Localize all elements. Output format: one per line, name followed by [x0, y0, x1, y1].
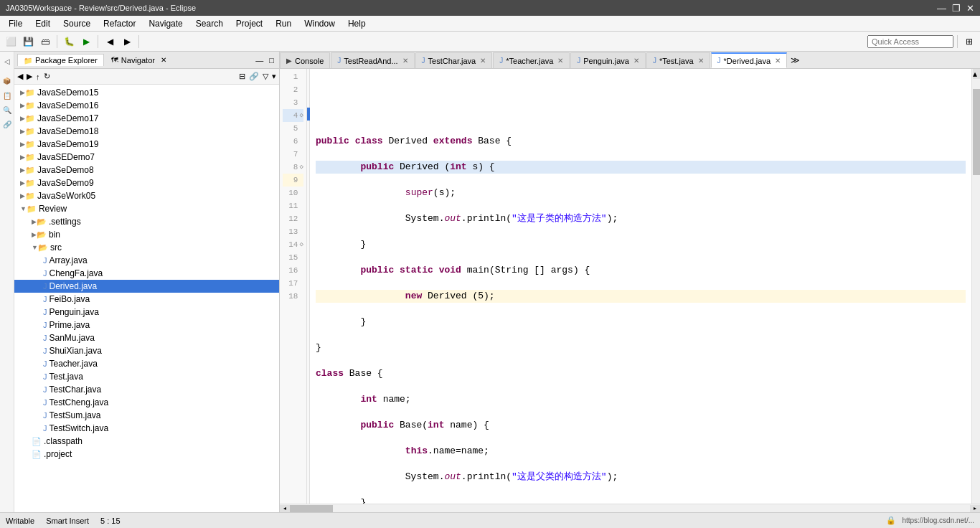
toolbar-sep1: [57, 35, 57, 48]
tab-navigator[interactable]: 🗺 Navigator ✕: [105, 55, 172, 66]
insert-mode-status: Smart Insert: [46, 517, 89, 525]
tab-teacher[interactable]: J *Teacher.java ✕: [493, 52, 570, 68]
pe-forward-btn[interactable]: ▶: [25, 71, 34, 82]
tree-item-JavaSeDemo15[interactable]: ▶ 📁JavaSeDemo15: [14, 86, 279, 99]
tree-item-TestSum.java[interactable]: JTestSum.java: [14, 409, 279, 422]
tree-item-JavaSeDemo19[interactable]: ▶ 📁JavaSeDemo19: [14, 138, 279, 151]
tree-item-TestCheng.java[interactable]: JTestCheng.java: [14, 396, 279, 409]
menu-project[interactable]: Project: [230, 17, 268, 30]
menu-file[interactable]: File: [3, 17, 28, 30]
pe-toolbar: ◀ ▶ ↑ ↻ ⊟ 🔗 ▽ ▾: [14, 69, 279, 85]
menu-edit[interactable]: Edit: [29, 17, 56, 30]
code-content[interactable]: public class Derived extends Base { publ…: [310, 69, 971, 504]
toolbar-save-btn[interactable]: 💾: [20, 34, 36, 50]
teacher-close-icon[interactable]: ✕: [557, 57, 563, 65]
hscroll-right-btn[interactable]: ▸: [970, 505, 980, 512]
toolbar-new-btn[interactable]: ⬜: [3, 34, 19, 50]
testchar-close-icon[interactable]: ✕: [480, 57, 486, 65]
pe-menu-btn[interactable]: ▾: [270, 71, 278, 82]
tree-item-Review[interactable]: ▼ 📁Review: [14, 202, 279, 215]
menu-run[interactable]: Run: [270, 17, 297, 30]
tree-item-bin[interactable]: ▶ 📂bin: [14, 228, 279, 241]
tree-item-Test.java[interactable]: JTest.java: [14, 370, 279, 383]
pe-collapse-btn[interactable]: ⊟: [237, 71, 247, 82]
tree-item-TestChar.java[interactable]: JTestChar.java: [14, 383, 279, 396]
tree-item-settings[interactable]: ▶ 📂.settings: [14, 215, 279, 228]
side-connect-icon[interactable]: 🔗: [1, 118, 14, 131]
pe-maximize-btn[interactable]: □: [267, 55, 276, 65]
editor-tabs: ▶ Console J TestReadAnd... ✕ J TestChar.…: [280, 52, 980, 69]
toolbar-perspective-btn[interactable]: ⊞: [961, 34, 977, 50]
test-close-icon[interactable]: ✕: [698, 57, 704, 65]
tree-item-Prime.java[interactable]: JPrime.java: [14, 319, 279, 331]
tree-item-JavaSeDemo18[interactable]: ▶ 📁JavaSeDemo18: [14, 125, 279, 138]
derived-close-icon[interactable]: ✕: [775, 57, 781, 65]
pe-tree[interactable]: ▶ 📁JavaSeDemo15▶ 📁JavaSeDemo16▶ 📁JavaSeD…: [14, 85, 279, 512]
tree-item-Penguin.java[interactable]: JPenguin.java: [14, 306, 279, 319]
tree-item-.project[interactable]: 📄.project: [14, 448, 279, 461]
scrollbar-thumb[interactable]: [973, 89, 980, 175]
toolbar-run-btn[interactable]: ▶: [78, 34, 94, 50]
minimize-button[interactable]: —: [937, 3, 946, 14]
tab-testchar[interactable]: J TestChar.java ✕: [415, 52, 493, 68]
tree-item-Derived.java[interactable]: JDerived.java: [14, 280, 279, 293]
horizontal-scrollbar[interactable]: ◂ ▸: [280, 504, 980, 512]
tree-item-JavaSEDemo7[interactable]: ▶ 📁JavaSEDemo7: [14, 151, 279, 164]
close-button[interactable]: ✕: [966, 3, 974, 14]
tab-testreadand[interactable]: J TestReadAnd... ✕: [331, 52, 414, 68]
menu-source[interactable]: Source: [57, 17, 96, 30]
menu-refactor[interactable]: Refactor: [98, 17, 141, 30]
tree-item-JavaSeDemo17[interactable]: ▶ 📁JavaSeDemo17: [14, 112, 279, 125]
console-tab-label: Console: [295, 57, 324, 65]
side-restore-icon[interactable]: ◁: [1, 55, 14, 67]
pe-back-btn[interactable]: ◀: [16, 71, 24, 82]
toolbar-next-btn[interactable]: ▶: [119, 34, 135, 50]
menu-help[interactable]: Help: [342, 17, 372, 30]
tree-item-JavaSeDemo8[interactable]: ▶ 📁JavaSeDemo8: [14, 164, 279, 176]
scrollbar-up-btn[interactable]: ▴: [973, 69, 980, 79]
pe-action-buttons: ⊟ 🔗 ▽ ▾: [237, 71, 278, 82]
titlebar-controls: — ❐ ✕: [937, 3, 974, 14]
toolbar-debug-btn[interactable]: 🐛: [61, 34, 77, 50]
penguin-close-icon[interactable]: ✕: [633, 57, 639, 65]
menu-window[interactable]: Window: [298, 17, 341, 30]
tree-item-SanMu.java[interactable]: JSanMu.java: [14, 331, 279, 344]
tree-item-ChengFa.java[interactable]: JChengFa.java: [14, 267, 279, 280]
menu-navigate[interactable]: Navigate: [143, 17, 188, 30]
hscroll-left-btn[interactable]: ◂: [280, 505, 290, 512]
tree-item-FeiBo.java[interactable]: JFeiBo.java: [14, 293, 279, 306]
toolbar-save-all-btn[interactable]: 🗃: [37, 34, 53, 50]
side-task-icon[interactable]: 📋: [1, 89, 14, 102]
tree-item-TestSwitch.java[interactable]: JTestSwitch.java: [14, 422, 279, 435]
pe-up-btn[interactable]: ↑: [34, 72, 42, 82]
tree-item-Teacher.java[interactable]: JTeacher.java: [14, 357, 279, 370]
tab-derived[interactable]: J *Derived.java ✕: [711, 52, 787, 68]
tree-item-JavaSeWork05[interactable]: ▶ 📁JavaSeWork05: [14, 189, 279, 202]
tree-item-.classpath[interactable]: 📄.classpath: [14, 435, 279, 448]
toolbar-prev-btn[interactable]: ◀: [102, 34, 118, 50]
pe-link-btn[interactable]: 🔗: [248, 71, 260, 82]
menu-search[interactable]: Search: [190, 17, 229, 30]
pe-filter-btn[interactable]: ▽: [261, 71, 270, 82]
tab-console[interactable]: ▶ Console: [280, 52, 330, 68]
tree-item-JavaSeDemo16[interactable]: ▶ 📁JavaSeDemo16: [14, 99, 279, 112]
hscroll-track[interactable]: [290, 505, 970, 512]
tab-overflow-btn[interactable]: ≫: [788, 55, 803, 65]
tree-item-ShuiXian.java[interactable]: JShuiXian.java: [14, 344, 279, 357]
tree-item-Array.java[interactable]: JArray.java: [14, 254, 279, 267]
tab-test[interactable]: J *Test.java ✕: [646, 52, 710, 68]
tree-item-JavaSeDemo9[interactable]: ▶ 📁JavaSeDemo9: [14, 176, 279, 189]
hscroll-thumb[interactable]: [290, 505, 333, 512]
maximize-button[interactable]: ❐: [952, 3, 961, 14]
tree-item-src[interactable]: ▼ 📂src: [14, 241, 279, 254]
pe-refresh-btn[interactable]: ↻: [42, 71, 52, 82]
editor-scrollbar[interactable]: ▴: [971, 69, 980, 504]
tab-penguin[interactable]: J Penguin.java ✕: [570, 52, 646, 68]
pe-minimize-btn[interactable]: —: [253, 55, 265, 65]
side-search-icon[interactable]: 🔍: [1, 103, 14, 116]
quick-access-input[interactable]: [867, 35, 953, 48]
side-package-icon[interactable]: 📦: [1, 75, 14, 88]
tab-package-explorer[interactable]: 📁 Package Explorer: [17, 54, 104, 66]
navigator-close-icon[interactable]: ✕: [161, 56, 166, 64]
testreadand-close-icon[interactable]: ✕: [402, 57, 408, 65]
